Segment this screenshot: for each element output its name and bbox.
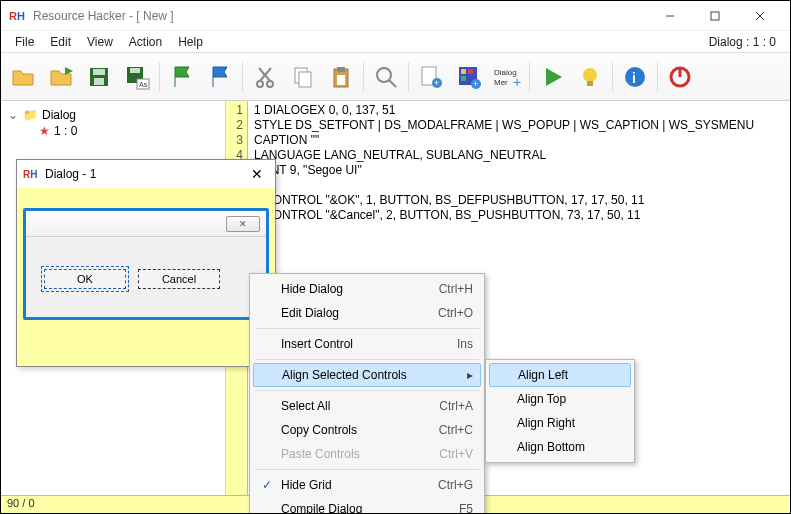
svg-text:RH: RH	[23, 169, 37, 180]
flag-blue-icon[interactable]	[202, 59, 238, 95]
svg-line-22	[389, 80, 396, 87]
minimize-button[interactable]	[647, 2, 692, 30]
bulb-icon[interactable]	[572, 59, 608, 95]
save-icon[interactable]	[81, 59, 117, 95]
copy-icon[interactable]	[285, 59, 321, 95]
open-script-icon[interactable]	[43, 59, 79, 95]
svg-rect-27	[461, 69, 466, 74]
toolbar: As + + DialogMer+ i	[1, 53, 790, 101]
tree-label: Dialog	[42, 108, 76, 122]
menu-copy-controls[interactable]: Copy ControlsCtrl+C	[253, 418, 481, 442]
flag-green-icon[interactable]	[164, 59, 200, 95]
svg-point-35	[583, 68, 597, 82]
svg-text:+: +	[513, 74, 521, 90]
svg-text:+: +	[473, 79, 478, 89]
tree-child-label: 1 : 0	[54, 124, 77, 138]
svg-rect-28	[468, 69, 473, 74]
save-as-icon[interactable]: As	[119, 59, 155, 95]
dialog-preview-surface[interactable]: ✕ OK Cancel	[23, 208, 269, 320]
window-title: Resource Hacker - [ New ]	[33, 9, 647, 23]
svg-point-12	[257, 81, 263, 87]
cut-icon[interactable]	[247, 59, 283, 95]
title-bar: RH Resource Hacker - [ New ]	[1, 1, 790, 31]
submenu-align-right[interactable]: Align Right	[489, 411, 631, 435]
open-file-icon[interactable]	[5, 59, 41, 95]
svg-rect-2	[711, 12, 719, 20]
menu-hide-grid[interactable]: ✓Hide GridCtrl+G	[253, 473, 481, 497]
dialog-ok-button[interactable]: OK	[44, 269, 126, 289]
menu-paste-controls: Paste ControlsCtrl+V	[253, 442, 481, 466]
menu-edit-dialog[interactable]: Edit DialogCtrl+O	[253, 301, 481, 325]
tree-node-dialog[interactable]: ⌄ 📁 Dialog	[5, 107, 221, 123]
submenu-align-bottom[interactable]: Align Bottom	[489, 435, 631, 459]
dialog-preview-window[interactable]: RH Dialog - 1 ✕ ✕ OK Cancel	[16, 159, 276, 367]
close-button[interactable]	[737, 2, 782, 30]
power-icon[interactable]	[662, 59, 698, 95]
align-submenu[interactable]: Align Left Align Top Align Right Align B…	[485, 359, 635, 463]
menu-help[interactable]: Help	[170, 33, 211, 51]
menu-view[interactable]: View	[79, 33, 121, 51]
run-icon[interactable]	[534, 59, 570, 95]
svg-point-13	[267, 81, 273, 87]
app-logo-icon: RH	[9, 7, 27, 25]
tree-collapse-icon[interactable]: ⌄	[7, 108, 19, 122]
submenu-arrow-icon: ▸	[467, 368, 473, 382]
menu-file[interactable]: File	[7, 33, 42, 51]
status-position: 90 / 0	[7, 497, 35, 509]
svg-rect-7	[94, 78, 104, 85]
app-logo-icon: RH	[23, 166, 39, 182]
svg-rect-29	[461, 76, 466, 81]
svg-rect-17	[299, 72, 311, 87]
svg-rect-6	[93, 69, 105, 75]
new-resource-icon[interactable]: +	[413, 59, 449, 95]
svg-text:Mer: Mer	[494, 78, 508, 87]
svg-point-21	[377, 68, 391, 82]
menu-compile-dialog[interactable]: Compile DialogF5	[253, 497, 481, 514]
submenu-align-top[interactable]: Align Top	[489, 387, 631, 411]
menu-insert-control[interactable]: Insert ControlIns	[253, 332, 481, 356]
menu-hide-dialog[interactable]: Hide DialogCtrl+H	[253, 277, 481, 301]
menu-select-all[interactable]: Select AllCtrl+A	[253, 394, 481, 418]
menu-align-selected[interactable]: Align Selected Controls▸	[253, 363, 481, 387]
context-menu[interactable]: Hide DialogCtrl+H Edit DialogCtrl+O Inse…	[249, 273, 485, 514]
svg-text:RH: RH	[9, 10, 25, 22]
submenu-align-left[interactable]: Align Left	[489, 363, 631, 387]
svg-rect-36	[587, 81, 593, 86]
paste-icon[interactable]	[323, 59, 359, 95]
dialog-menu-icon[interactable]: DialogMer+	[489, 59, 525, 95]
svg-rect-19	[337, 67, 345, 72]
svg-text:+: +	[434, 78, 439, 88]
maximize-button[interactable]	[692, 2, 737, 30]
search-icon[interactable]	[368, 59, 404, 95]
folder-icon: 📁	[23, 108, 38, 122]
resource-path-info: Dialog : 1 : 0	[701, 33, 784, 51]
dialog-cancel-button[interactable]: Cancel	[138, 269, 220, 289]
info-icon[interactable]: i	[617, 59, 653, 95]
star-icon: ★	[39, 124, 50, 138]
close-icon[interactable]: ✕	[245, 166, 269, 182]
tree-node-item[interactable]: ★ 1 : 0	[37, 123, 221, 139]
dialog-preview-titlebar[interactable]: RH Dialog - 1 ✕	[17, 160, 275, 188]
svg-text:As: As	[139, 81, 148, 88]
svg-text:i: i	[632, 70, 636, 86]
svg-rect-20	[337, 75, 345, 85]
menu-edit[interactable]: Edit	[42, 33, 79, 51]
menu-action[interactable]: Action	[121, 33, 170, 51]
check-icon: ✓	[259, 478, 275, 492]
menu-bar: File Edit View Action Help Dialog : 1 : …	[1, 31, 790, 53]
svg-rect-9	[130, 68, 140, 73]
dialog-inner-titlebar: ✕	[26, 211, 266, 237]
dialog-inner-close-icon[interactable]: ✕	[226, 216, 260, 232]
dialog-preview-title: Dialog - 1	[45, 167, 245, 181]
import-resource-icon[interactable]: +	[451, 59, 487, 95]
